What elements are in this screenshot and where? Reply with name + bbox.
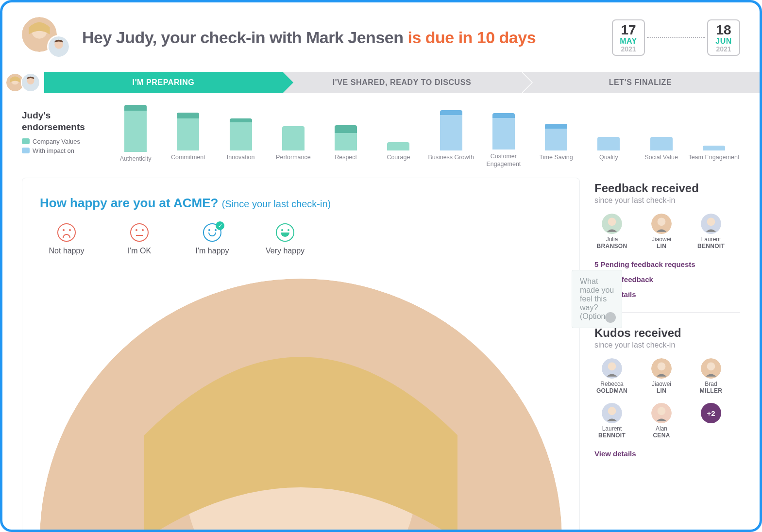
avatar bbox=[602, 403, 622, 423]
svg-point-21 bbox=[707, 362, 715, 370]
face-sad-icon bbox=[57, 223, 76, 242]
bar-label: Authenticity bbox=[120, 155, 152, 168]
person-last: BRANSON bbox=[597, 243, 627, 249]
avatar bbox=[701, 214, 721, 234]
mood-label: Very happy bbox=[266, 247, 305, 255]
face-very-happy-icon bbox=[276, 223, 294, 242]
feedback-sub: since your last check-in bbox=[594, 196, 740, 205]
mood-label: I'm happy bbox=[196, 247, 229, 255]
mood-ok[interactable]: I'm OK bbox=[113, 223, 166, 255]
mood-happy[interactable]: ✓ I'm happy bbox=[186, 223, 239, 255]
bar-label: Respect bbox=[335, 153, 357, 168]
avatar-pair bbox=[22, 17, 70, 58]
svg-point-23 bbox=[608, 407, 616, 415]
avatar bbox=[651, 214, 672, 234]
feedback-people: JuliaBRANSONJiaoweiLINLaurentBENNOIT bbox=[594, 214, 740, 249]
bar-commitment: Commitment bbox=[162, 105, 214, 168]
bar-respect: Respect bbox=[320, 105, 372, 168]
person-last: BENNOIT bbox=[697, 243, 725, 249]
mood-not-happy[interactable]: Not happy bbox=[40, 223, 93, 255]
person-goldman[interactable]: RebeccaGOLDMAN bbox=[594, 358, 629, 394]
svg-point-13 bbox=[658, 217, 666, 226]
avatar bbox=[701, 358, 721, 379]
svg-point-19 bbox=[658, 362, 666, 370]
sidebar: Feedback received since your last check-… bbox=[594, 178, 740, 532]
step-avatar-partner bbox=[21, 73, 40, 92]
svg-point-25 bbox=[658, 407, 666, 415]
header-left: Hey Judy, your check-in with Mark Jensen… bbox=[22, 17, 536, 58]
bar-label: Customer Engagement bbox=[477, 152, 530, 168]
date-dots bbox=[647, 37, 705, 38]
person-lin[interactable]: JiaoweiLIN bbox=[644, 358, 679, 394]
greeting-due: is due in 10 days bbox=[407, 28, 536, 47]
person-first: Jiaowei bbox=[652, 236, 671, 243]
greeting-text: Hey Judy, your check-in with Mark Jensen bbox=[82, 28, 407, 47]
mood-very-happy[interactable]: Very happy bbox=[258, 223, 312, 255]
chart-bars: AuthenticityCommitmentInnovationPerforma… bbox=[109, 105, 740, 168]
person-first: Rebecca bbox=[600, 381, 623, 387]
bar-label: Team Engagement bbox=[688, 153, 739, 168]
emoji-button[interactable] bbox=[605, 312, 616, 323]
person-last: MILLER bbox=[700, 387, 722, 394]
mood-label: Not happy bbox=[49, 247, 85, 255]
bar-time-saving: Time Saving bbox=[530, 105, 582, 168]
date-range: 17 MAY 2021 18 JUN 2021 bbox=[612, 19, 740, 56]
person-branson[interactable]: JuliaBRANSON bbox=[594, 214, 629, 249]
step-finalize[interactable]: LET'S FINALIZE bbox=[521, 72, 760, 93]
person-last: LIN bbox=[657, 243, 666, 249]
kudos-section: Kudos received since your last check-in … bbox=[594, 326, 740, 458]
legend-company-values: Company Values bbox=[22, 138, 100, 145]
step-shared[interactable]: I'VE SHARED, READY TO DISCUSS bbox=[283, 72, 521, 93]
svg-point-15 bbox=[707, 217, 715, 226]
kudos-sub: since your last check-in bbox=[594, 341, 740, 349]
app-frame: Hey Judy, your check-in with Mark Jensen… bbox=[0, 0, 762, 532]
date-start: 17 MAY 2021 bbox=[612, 19, 645, 56]
bar-quality: Quality bbox=[582, 105, 635, 168]
avatar bbox=[602, 214, 622, 234]
person-cena[interactable]: AlanCENA bbox=[644, 403, 679, 439]
person-first: Jiaowei bbox=[652, 381, 671, 387]
legend-swatch-wi bbox=[22, 148, 30, 153]
comment-avatar bbox=[40, 279, 562, 532]
person-bennoit[interactable]: LaurentBENNOIT bbox=[694, 214, 728, 249]
date-end: 18 JUN 2021 bbox=[707, 19, 740, 56]
face-happy-icon: ✓ bbox=[203, 223, 221, 242]
person-first: Brad bbox=[705, 381, 717, 387]
kudos-more[interactable]: +2 bbox=[694, 403, 728, 439]
face-neutral-icon bbox=[130, 223, 149, 242]
comment-input[interactable]: What made you feel this way? (Optional) bbox=[572, 270, 622, 328]
bar-label: Time Saving bbox=[540, 153, 573, 168]
feedback-title: Feedback received bbox=[594, 182, 740, 195]
mood-label: I'm OK bbox=[128, 247, 151, 255]
date-end-year: 2021 bbox=[710, 46, 737, 53]
bar-business-growth: Business Growth bbox=[425, 105, 477, 168]
chart-legend: Judy's endorsements Company Values With … bbox=[22, 105, 100, 168]
bar-innovation: Innovation bbox=[215, 105, 267, 168]
avatar-partner bbox=[47, 35, 70, 58]
person-last: BENNOIT bbox=[598, 432, 626, 439]
bar-label: Quality bbox=[599, 153, 618, 168]
person-lin[interactable]: JiaoweiLIN bbox=[644, 214, 679, 249]
kudos-people-row1: RebeccaGOLDMANJiaoweiLINBradMILLER bbox=[594, 358, 740, 394]
chart-title: Judy's endorsements bbox=[22, 110, 100, 133]
link-kudos-view-details[interactable]: View details bbox=[594, 449, 740, 458]
person-miller[interactable]: BradMILLER bbox=[694, 358, 728, 394]
bar-courage: Courage bbox=[372, 105, 424, 168]
progress-steps: I'M PREPARING I'VE SHARED, READY TO DISC… bbox=[2, 72, 760, 93]
date-end-day: 18 bbox=[710, 23, 737, 37]
bar-label: Business Growth bbox=[428, 153, 474, 168]
link-pending-requests[interactable]: 5 Pending feedback requests bbox=[594, 260, 740, 268]
person-bennoit[interactable]: LaurentBENNOIT bbox=[594, 403, 629, 439]
date-end-month: JUN bbox=[710, 37, 737, 46]
person-first: Laurent bbox=[602, 425, 622, 432]
svg-point-11 bbox=[608, 217, 616, 226]
legend-swatch-cv bbox=[22, 138, 30, 144]
kudos-links: View details bbox=[594, 449, 740, 458]
date-start-month: MAY bbox=[615, 37, 642, 46]
endorsements-chart: Judy's endorsements Company Values With … bbox=[2, 93, 760, 173]
more-badge[interactable]: +2 bbox=[701, 403, 721, 423]
comment-row: What made you feel this way? (Optional) bbox=[40, 270, 562, 532]
step-preparing[interactable]: I'M PREPARING bbox=[44, 72, 283, 93]
person-last: GOLDMAN bbox=[596, 387, 627, 394]
person-last: CENA bbox=[653, 432, 670, 439]
